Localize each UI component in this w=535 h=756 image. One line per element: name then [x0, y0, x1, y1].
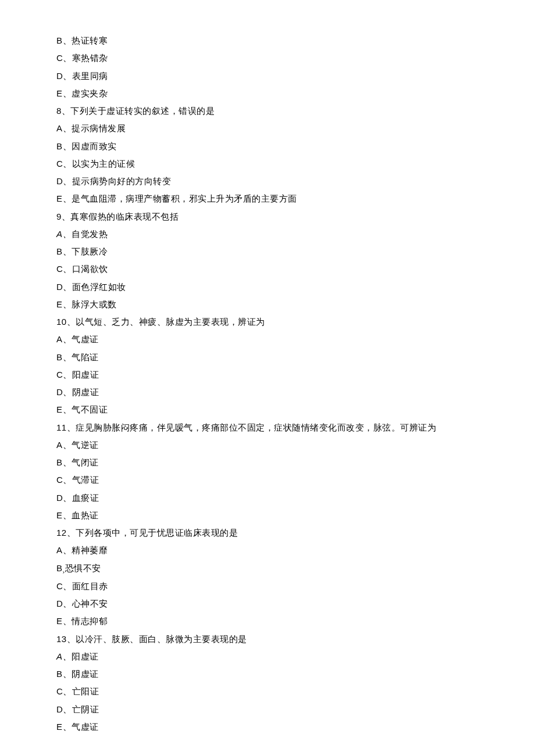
- line-prefix: E、: [56, 194, 72, 203]
- text-line-q11-c: C、气滞证: [56, 471, 519, 489]
- line-text: 真寒假热的临床表现不包括: [70, 212, 179, 221]
- text-line-q10: 10、以气短、乏力、神疲、脉虚为主要表现，辨证为: [56, 313, 519, 331]
- line-text: 精神萎靡: [72, 546, 108, 555]
- line-prefix: A、: [56, 440, 72, 450]
- document-content: B、热证转寒C、寒热错杂D、表里同病E、虚实夹杂8、下列关于虚证转实的叙述，错误…: [56, 32, 519, 736]
- line-prefix: D、: [56, 704, 72, 714]
- option-prefix: A、: [56, 651, 72, 661]
- line-text: 口渴欲饮: [72, 264, 108, 274]
- text-line-q13-d: D、亡阴证: [56, 701, 519, 718]
- text-line-q12-e: E、情志抑郁: [56, 612, 519, 630]
- text-line-q8-a: A、提示病情发展: [56, 120, 519, 137]
- text-line-q13: 13、以冷汗、肢厥、面白、脉微为主要表现的是: [56, 630, 519, 648]
- line-prefix: 10、: [56, 317, 76, 327]
- text-line-q12: 12、下列各项中，可见于忧思证临床表现的是: [56, 524, 519, 542]
- line-text: 寒热错杂: [72, 53, 108, 63]
- line-prefix: B、: [56, 246, 72, 256]
- line-text: 气虚证: [72, 335, 99, 344]
- line-prefix: E、: [56, 722, 72, 732]
- line-text: 热证转寒: [72, 36, 108, 45]
- line-text: 气滞证: [72, 475, 99, 485]
- text-line-q9-e: E、脉浮大或数: [56, 296, 519, 313]
- line-text: 气陷证: [72, 353, 99, 362]
- text-line-q8-e: E、是气血阻滞，病理产物蓄积，邪实上升为矛盾的主要方面: [56, 190, 519, 207]
- line-text: 下列各项中，可见于忧思证临床表现的是: [76, 528, 238, 538]
- text-line-q10-b: B、气陷证: [56, 349, 519, 366]
- line-text: 是气血阻滞，病理产物蓄积，邪实上升为矛盾的主要方面: [72, 194, 297, 203]
- line-text: 表里同病: [72, 71, 108, 81]
- text-line-q13-c: C、亡阳证: [56, 683, 519, 700]
- text-line-q12-c: C、面红目赤: [56, 578, 519, 595]
- line-text: 亡阳证: [72, 687, 99, 696]
- text-line-q10-a: A、气虚证: [56, 331, 519, 348]
- text-line-q12-d: D、心神不安: [56, 595, 519, 612]
- line-prefix: 9、: [56, 212, 70, 221]
- option-text: 自觉发热: [72, 230, 108, 239]
- line-prefix: B、: [56, 35, 72, 45]
- line-text: 气闭证: [72, 458, 99, 467]
- line-text: 以冷汗、肢厥、面白、脉微为主要表现的是: [76, 635, 247, 644]
- line-text: 因虚而致实: [72, 142, 117, 151]
- line-prefix: 8、: [56, 106, 70, 116]
- line-prefix: B、: [56, 669, 72, 679]
- text-line-q9: 9、真寒假热的临床表现不包括: [56, 208, 519, 225]
- line-prefix: E、: [56, 510, 72, 520]
- text-line-q11-d: D、血瘀证: [56, 489, 519, 507]
- text-line-q9-b: B、下肢厥冷: [56, 243, 519, 260]
- text-line-q11-a: A、气逆证: [56, 436, 519, 454]
- line-prefix: C、: [56, 686, 72, 696]
- line-text: 以气短、乏力、神疲、脉虚为主要表现，辨证为: [76, 317, 265, 327]
- text-line-q12-b: B›恐惧不安: [56, 560, 519, 578]
- line-prefix: B、: [56, 457, 72, 467]
- line-text: 情志抑郁: [72, 617, 108, 626]
- line-prefix: D、: [56, 599, 72, 608]
- line-text: 下肢厥冷: [72, 247, 108, 256]
- line-prefix: D、: [56, 387, 72, 397]
- line-prefix: E、: [56, 404, 72, 414]
- text-line-q10-e: E、气不固证: [56, 401, 519, 418]
- line-prefix: B、: [56, 352, 72, 362]
- line-text: 提示病情发展: [72, 124, 126, 133]
- text-line-q13-a: A、阳虚证: [56, 648, 519, 665]
- text-line-q13-b: B、阴虚证: [56, 665, 519, 683]
- line-prefix: E、: [56, 616, 72, 626]
- line-prefix: C、: [56, 370, 72, 379]
- line-prefix: E、: [56, 88, 72, 98]
- text-line-q7-b: B、热证转寒: [56, 32, 519, 49]
- text-line-q9-c: C、口渴欲饮: [56, 260, 519, 278]
- line-prefix: C、: [56, 264, 72, 274]
- line-prefix: D、: [56, 71, 72, 81]
- option-text: 恐惧不安: [65, 564, 101, 573]
- text-line-q13-e: E、气虚证: [56, 718, 519, 736]
- line-text: 血瘀证: [72, 493, 99, 503]
- text-line-q11-b: B、气闭证: [56, 454, 519, 471]
- text-line-q7-e: E、虚实夹杂: [56, 85, 519, 102]
- text-line-q9-d: D、面色浮红如妆: [56, 278, 519, 296]
- text-line-q7-c: C、寒热错杂: [56, 49, 519, 67]
- line-prefix: B、: [56, 141, 72, 151]
- line-text: 下列关于虚证转实的叙述，错误的是: [70, 106, 215, 116]
- line-text: 血热证: [72, 511, 99, 520]
- line-prefix: D、: [56, 493, 72, 503]
- line-text: 心神不安: [72, 599, 108, 608]
- text-line-q10-c: C、阳虚证: [56, 366, 519, 384]
- option-prefix: A、: [56, 229, 72, 239]
- text-line-q11-e: E、血热证: [56, 507, 519, 524]
- line-prefix: A、: [56, 123, 72, 133]
- text-line-q8-b: B、因虚而致实: [56, 138, 519, 155]
- line-prefix: C、: [56, 159, 72, 169]
- line-prefix: 12、: [56, 528, 76, 538]
- line-text: 亡阴证: [72, 705, 99, 714]
- line-text: 以实为主的证候: [72, 159, 135, 169]
- line-text: 虚实夹杂: [72, 89, 108, 98]
- line-text: 面红目赤: [72, 582, 108, 591]
- line-prefix: D、: [56, 176, 72, 186]
- line-prefix: C、: [56, 581, 72, 591]
- option-text: 阳虚证: [72, 652, 99, 661]
- line-prefix: 13、: [56, 634, 76, 644]
- text-line-q9-a: A、自觉发热: [56, 225, 519, 243]
- line-text: 脉浮大或数: [72, 300, 117, 309]
- line-prefix: C、: [56, 53, 72, 63]
- text-line-q10-d: D、阴虚证: [56, 384, 519, 401]
- line-prefix: A、: [56, 334, 72, 344]
